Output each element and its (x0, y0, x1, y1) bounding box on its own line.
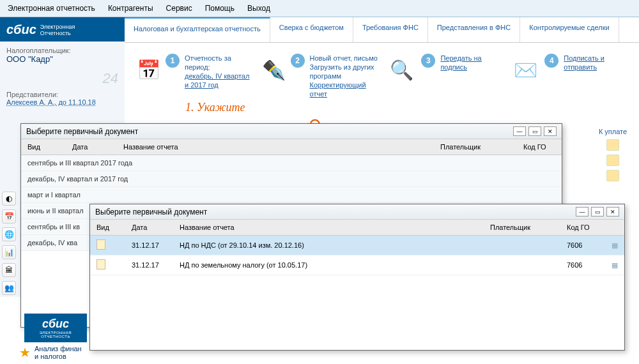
document-icon (96, 239, 105, 250)
header: сбис ЭлектроннаяОтчетность Налоговая и б… (0, 17, 639, 43)
minimize-button[interactable]: — (513, 126, 526, 136)
side-icon[interactable]: 📅 (2, 209, 16, 224)
col-payer[interactable]: Плательщик (484, 220, 560, 236)
tab-fns-pres[interactable]: Представления в ФНС (428, 17, 520, 42)
step4-badge: 4 (544, 54, 558, 68)
logo-text: сбис (6, 22, 36, 37)
step1-label: Отчетность за период: (185, 54, 256, 72)
col-code[interactable]: Код ГО (517, 139, 562, 155)
menu-help[interactable]: Помощь (203, 3, 237, 14)
annotation-1: 1. Укажите (185, 101, 245, 114)
col-code[interactable]: Код ГО (560, 220, 605, 236)
col-date[interactable]: Дата (125, 220, 173, 236)
dialog-select-doc-2: Выберите первичный документ — ▭ ✕ Вид Да… (89, 204, 625, 351)
col-payer[interactable]: Плательщик (434, 139, 517, 155)
tab-tax[interactable]: Налоговая и бухгалтерская отчетность (125, 17, 270, 42)
dialog1-titlebar[interactable]: Выберите первичный документ — ▭ ✕ (21, 124, 562, 139)
side-icon[interactable]: 👥 (2, 281, 16, 295)
row-action-icon[interactable]: ▦ (612, 241, 618, 249)
pay-chip[interactable] (606, 170, 619, 181)
menu-service[interactable]: Сервис (164, 3, 195, 14)
side-icon[interactable]: 🌐 (2, 227, 16, 241)
table-row[interactable]: 31.12.17 НД по НДС (от 29.10.14 изм. 20.… (90, 236, 624, 255)
tab-sverka[interactable]: Сверка с бюджетом (270, 17, 353, 42)
logo: сбис ЭлектроннаяОтчетность (0, 17, 125, 42)
pay-chip[interactable] (606, 155, 619, 166)
step-3: 🔍 3 Передать на подпись (387, 54, 505, 98)
tab-controlled[interactable]: Контролируемые сделки (520, 17, 619, 42)
tab-fns-req[interactable]: Требования ФНС (353, 17, 428, 42)
col-name[interactable]: Название отчета (173, 220, 484, 236)
step3-link[interactable]: Передать на подпись (440, 54, 481, 71)
step-2: ✒️ 2 Новый отчет, письмо Загрузить из др… (262, 54, 381, 98)
minimize-button[interactable]: — (576, 207, 589, 216)
tabs: Налоговая и бухгалтерская отчетность Све… (125, 17, 639, 42)
bottom-logo: сбиc ЭЛЕКТРОННАЯ ОТЧЕТНОСТЬ (24, 314, 87, 342)
right-panel: К уплате (590, 128, 635, 185)
side-icons: ◐ 📅 🌐 📊 🏛 👥 (2, 192, 16, 295)
maximize-button[interactable]: ▭ (528, 126, 541, 136)
col-vid[interactable]: Вид (90, 220, 125, 236)
reps-label: Представители: (6, 91, 118, 98)
col-vid[interactable]: Вид (21, 139, 66, 155)
period-group[interactable]: декабрь, IV квартал и 2017 год (21, 171, 562, 187)
star-icon: ★ (19, 345, 31, 360)
steps-row: 📅 1 Отчетность за период: декабрь, IV кв… (128, 51, 639, 101)
step3-badge: 3 (421, 54, 435, 68)
col-date[interactable]: Дата (66, 139, 117, 155)
menu-exit[interactable]: Выход (245, 3, 273, 14)
step1-period-link[interactable]: декабрь, IV квартал и 2017 год (185, 72, 249, 89)
magnifier-icon: 🔍 (387, 54, 416, 86)
row-action-icon[interactable]: ▦ (612, 261, 618, 269)
watermark: 24 (6, 70, 118, 87)
step2-badge: 2 (291, 54, 305, 68)
menubar: Электронная отчетность Контрагенты Серви… (0, 0, 639, 17)
step2-new[interactable]: Новый отчет, письмо (310, 54, 381, 63)
period-group[interactable]: сентябрь и III квартал 2017 года (21, 155, 562, 171)
rep-name[interactable]: Алексеев А. А., до 11.10.18 (6, 98, 118, 106)
taxpayer-label: Налогоплательщик: (6, 47, 118, 54)
document-icon (96, 259, 105, 269)
step1-badge: 1 (166, 54, 180, 68)
side-icon[interactable]: 🏛 (2, 263, 16, 277)
envelope-icon: ✉️ (512, 54, 540, 86)
step-1: 📅 1 Отчетность за период: декабрь, IV кв… (137, 54, 256, 98)
logo-sub: ЭлектроннаяОтчетность (40, 24, 75, 36)
dialog1-title: Выберите первичный документ (26, 127, 138, 136)
pay-label: К уплате (590, 128, 635, 135)
analysis-link[interactable]: ★ Анализ финани налогов (19, 345, 82, 360)
side-icon[interactable]: 📊 (2, 245, 16, 259)
close-button[interactable]: ✕ (544, 126, 557, 136)
calendar-icon: 📅 (137, 54, 160, 86)
dialog2-title: Выберите первичный документ (95, 208, 207, 216)
col-name[interactable]: Название отчета (117, 139, 434, 155)
period-group[interactable]: март и I квартал (21, 187, 562, 203)
step-4: ✉️ 4 Подписать и отправить (512, 54, 631, 98)
maximize-button[interactable]: ▭ (591, 207, 604, 216)
menu-contractors[interactable]: Контрагенты (105, 3, 156, 14)
dialog2-table: Вид Дата Название отчета Плательщик Код … (90, 220, 624, 275)
step2-load[interactable]: Загрузить из других программ (310, 63, 381, 80)
dialog2-titlebar[interactable]: Выберите первичный документ — ▭ ✕ (90, 204, 624, 220)
menu-reports[interactable]: Электронная отчетность (5, 3, 98, 14)
close-button[interactable]: ✕ (606, 207, 619, 216)
table-row[interactable]: 31.12.17 НД по земельному налогу (от 10.… (90, 255, 624, 275)
step4-link[interactable]: Подписать и отправить (564, 54, 604, 71)
taxpayer-name[interactable]: ООО "Кадр" (6, 54, 118, 64)
pay-chip[interactable] (606, 139, 619, 151)
step2-correcting-link[interactable]: Корректирующий отчет (310, 81, 366, 98)
pen-icon: ✒️ (262, 54, 286, 86)
side-icon[interactable]: ◐ (2, 192, 16, 206)
